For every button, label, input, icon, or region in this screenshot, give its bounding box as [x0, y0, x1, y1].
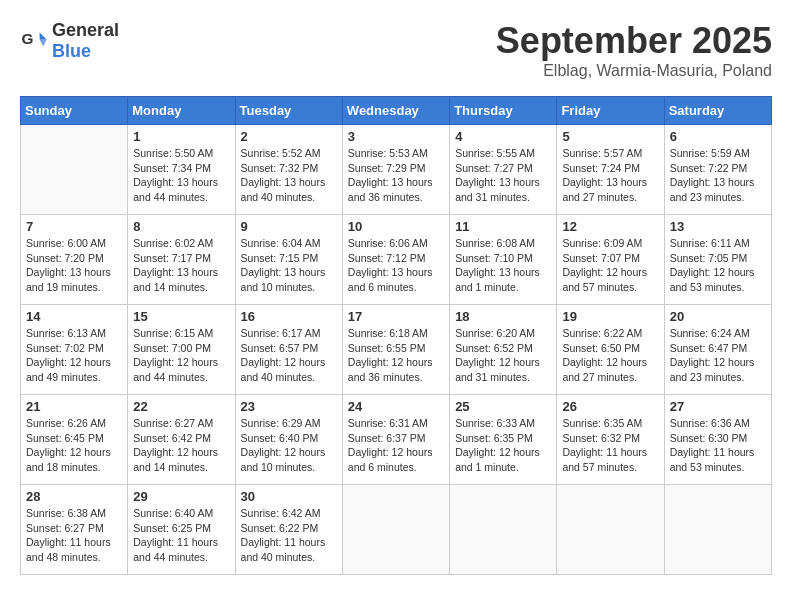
day-info: Sunrise: 6:31 AM Sunset: 6:37 PM Dayligh…: [348, 416, 444, 475]
day-number: 14: [26, 309, 122, 324]
calendar-cell: 22Sunrise: 6:27 AM Sunset: 6:42 PM Dayli…: [128, 395, 235, 485]
day-info: Sunrise: 6:22 AM Sunset: 6:50 PM Dayligh…: [562, 326, 658, 385]
day-info: Sunrise: 5:55 AM Sunset: 7:27 PM Dayligh…: [455, 146, 551, 205]
day-info: Sunrise: 6:40 AM Sunset: 6:25 PM Dayligh…: [133, 506, 229, 565]
calendar-table: SundayMondayTuesdayWednesdayThursdayFrid…: [20, 96, 772, 575]
day-number: 8: [133, 219, 229, 234]
weekday-sunday: Sunday: [21, 97, 128, 125]
calendar-cell: [450, 485, 557, 575]
day-number: 29: [133, 489, 229, 504]
day-info: Sunrise: 6:33 AM Sunset: 6:35 PM Dayligh…: [455, 416, 551, 475]
day-number: 22: [133, 399, 229, 414]
logo-blue: Blue: [52, 41, 91, 61]
calendar-cell: 14Sunrise: 6:13 AM Sunset: 7:02 PM Dayli…: [21, 305, 128, 395]
day-info: Sunrise: 6:38 AM Sunset: 6:27 PM Dayligh…: [26, 506, 122, 565]
day-number: 12: [562, 219, 658, 234]
svg-marker-1: [40, 33, 47, 40]
day-info: Sunrise: 6:29 AM Sunset: 6:40 PM Dayligh…: [241, 416, 337, 475]
logo: G General Blue: [20, 20, 119, 62]
calendar-cell: 15Sunrise: 6:15 AM Sunset: 7:00 PM Dayli…: [128, 305, 235, 395]
day-number: 3: [348, 129, 444, 144]
day-number: 4: [455, 129, 551, 144]
day-info: Sunrise: 6:20 AM Sunset: 6:52 PM Dayligh…: [455, 326, 551, 385]
week-row-5: 28Sunrise: 6:38 AM Sunset: 6:27 PM Dayli…: [21, 485, 772, 575]
day-info: Sunrise: 6:24 AM Sunset: 6:47 PM Dayligh…: [670, 326, 766, 385]
day-number: 17: [348, 309, 444, 324]
calendar-cell: 1Sunrise: 5:50 AM Sunset: 7:34 PM Daylig…: [128, 125, 235, 215]
day-number: 24: [348, 399, 444, 414]
day-info: Sunrise: 6:08 AM Sunset: 7:10 PM Dayligh…: [455, 236, 551, 295]
day-info: Sunrise: 5:50 AM Sunset: 7:34 PM Dayligh…: [133, 146, 229, 205]
calendar-cell: 3Sunrise: 5:53 AM Sunset: 7:29 PM Daylig…: [342, 125, 449, 215]
day-info: Sunrise: 6:15 AM Sunset: 7:00 PM Dayligh…: [133, 326, 229, 385]
day-number: 7: [26, 219, 122, 234]
week-row-4: 21Sunrise: 6:26 AM Sunset: 6:45 PM Dayli…: [21, 395, 772, 485]
day-info: Sunrise: 5:57 AM Sunset: 7:24 PM Dayligh…: [562, 146, 658, 205]
day-number: 26: [562, 399, 658, 414]
month-title: September 2025: [496, 20, 772, 62]
weekday-monday: Monday: [128, 97, 235, 125]
day-number: 21: [26, 399, 122, 414]
day-info: Sunrise: 6:36 AM Sunset: 6:30 PM Dayligh…: [670, 416, 766, 475]
day-info: Sunrise: 6:13 AM Sunset: 7:02 PM Dayligh…: [26, 326, 122, 385]
calendar-cell: 6Sunrise: 5:59 AM Sunset: 7:22 PM Daylig…: [664, 125, 771, 215]
calendar-cell: 20Sunrise: 6:24 AM Sunset: 6:47 PM Dayli…: [664, 305, 771, 395]
day-number: 20: [670, 309, 766, 324]
location-title: Elblag, Warmia-Masuria, Poland: [496, 62, 772, 80]
day-info: Sunrise: 6:00 AM Sunset: 7:20 PM Dayligh…: [26, 236, 122, 295]
day-number: 13: [670, 219, 766, 234]
calendar-body: 1Sunrise: 5:50 AM Sunset: 7:34 PM Daylig…: [21, 125, 772, 575]
calendar-cell: 27Sunrise: 6:36 AM Sunset: 6:30 PM Dayli…: [664, 395, 771, 485]
day-info: Sunrise: 6:17 AM Sunset: 6:57 PM Dayligh…: [241, 326, 337, 385]
calendar-cell: 23Sunrise: 6:29 AM Sunset: 6:40 PM Dayli…: [235, 395, 342, 485]
day-info: Sunrise: 6:04 AM Sunset: 7:15 PM Dayligh…: [241, 236, 337, 295]
weekday-thursday: Thursday: [450, 97, 557, 125]
day-number: 6: [670, 129, 766, 144]
calendar-cell: 21Sunrise: 6:26 AM Sunset: 6:45 PM Dayli…: [21, 395, 128, 485]
day-number: 19: [562, 309, 658, 324]
day-info: Sunrise: 5:59 AM Sunset: 7:22 PM Dayligh…: [670, 146, 766, 205]
week-row-2: 7Sunrise: 6:00 AM Sunset: 7:20 PM Daylig…: [21, 215, 772, 305]
day-number: 15: [133, 309, 229, 324]
week-row-1: 1Sunrise: 5:50 AM Sunset: 7:34 PM Daylig…: [21, 125, 772, 215]
logo-general: General: [52, 20, 119, 40]
day-number: 9: [241, 219, 337, 234]
calendar-cell: 18Sunrise: 6:20 AM Sunset: 6:52 PM Dayli…: [450, 305, 557, 395]
weekday-header-row: SundayMondayTuesdayWednesdayThursdayFrid…: [21, 97, 772, 125]
weekday-friday: Friday: [557, 97, 664, 125]
weekday-tuesday: Tuesday: [235, 97, 342, 125]
day-info: Sunrise: 5:53 AM Sunset: 7:29 PM Dayligh…: [348, 146, 444, 205]
calendar-cell: 28Sunrise: 6:38 AM Sunset: 6:27 PM Dayli…: [21, 485, 128, 575]
day-number: 25: [455, 399, 551, 414]
calendar-cell: 30Sunrise: 6:42 AM Sunset: 6:22 PM Dayli…: [235, 485, 342, 575]
day-number: 10: [348, 219, 444, 234]
calendar-cell: 12Sunrise: 6:09 AM Sunset: 7:07 PM Dayli…: [557, 215, 664, 305]
calendar-cell: 26Sunrise: 6:35 AM Sunset: 6:32 PM Dayli…: [557, 395, 664, 485]
day-info: Sunrise: 6:42 AM Sunset: 6:22 PM Dayligh…: [241, 506, 337, 565]
day-info: Sunrise: 6:06 AM Sunset: 7:12 PM Dayligh…: [348, 236, 444, 295]
weekday-saturday: Saturday: [664, 97, 771, 125]
day-number: 5: [562, 129, 658, 144]
day-number: 28: [26, 489, 122, 504]
week-row-3: 14Sunrise: 6:13 AM Sunset: 7:02 PM Dayli…: [21, 305, 772, 395]
day-info: Sunrise: 6:11 AM Sunset: 7:05 PM Dayligh…: [670, 236, 766, 295]
calendar-cell: [21, 125, 128, 215]
calendar-cell: 17Sunrise: 6:18 AM Sunset: 6:55 PM Dayli…: [342, 305, 449, 395]
day-number: 18: [455, 309, 551, 324]
calendar-cell: [557, 485, 664, 575]
calendar-cell: 4Sunrise: 5:55 AM Sunset: 7:27 PM Daylig…: [450, 125, 557, 215]
calendar-cell: 10Sunrise: 6:06 AM Sunset: 7:12 PM Dayli…: [342, 215, 449, 305]
day-number: 27: [670, 399, 766, 414]
day-info: Sunrise: 6:26 AM Sunset: 6:45 PM Dayligh…: [26, 416, 122, 475]
day-number: 16: [241, 309, 337, 324]
title-area: September 2025 Elblag, Warmia-Masuria, P…: [496, 20, 772, 80]
calendar-cell: 5Sunrise: 5:57 AM Sunset: 7:24 PM Daylig…: [557, 125, 664, 215]
calendar-cell: [664, 485, 771, 575]
day-number: 2: [241, 129, 337, 144]
day-info: Sunrise: 6:27 AM Sunset: 6:42 PM Dayligh…: [133, 416, 229, 475]
calendar-cell: 2Sunrise: 5:52 AM Sunset: 7:32 PM Daylig…: [235, 125, 342, 215]
logo-icon: G: [20, 27, 48, 55]
day-info: Sunrise: 6:18 AM Sunset: 6:55 PM Dayligh…: [348, 326, 444, 385]
day-info: Sunrise: 6:09 AM Sunset: 7:07 PM Dayligh…: [562, 236, 658, 295]
day-number: 30: [241, 489, 337, 504]
